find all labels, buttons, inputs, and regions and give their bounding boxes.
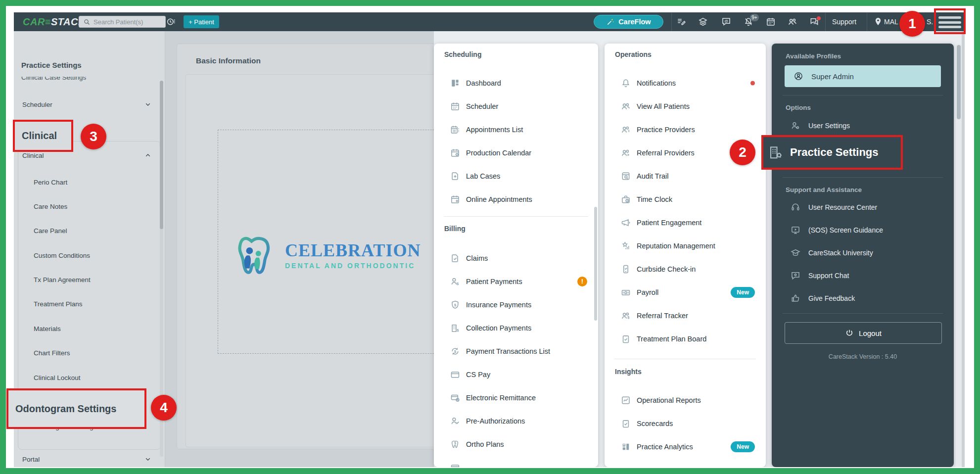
grad-icon (791, 248, 800, 258)
menu-item[interactable]: Reputation Management (605, 234, 766, 257)
mega-menu-column-operations-insights: Operations Notifications View All Patien… (605, 44, 766, 467)
sidebar-item-chart-filters[interactable]: Chart Filters (34, 349, 70, 357)
divider (783, 313, 943, 314)
menu-item[interactable]: Treatment Plan Board (605, 327, 766, 350)
menu-item[interactable]: Pre-Authorizations (434, 409, 598, 432)
dot-badge (750, 81, 755, 85)
profile-super-admin[interactable]: Super Admin (785, 65, 941, 87)
menu-item[interactable]: Scheduler (434, 95, 598, 118)
chevron-down-icon[interactable] (144, 456, 151, 463)
practice-logo: CELEBRATION DENTAL AND ORTHODONTIC (231, 230, 420, 280)
menu-item[interactable]: Payment Transactions List (434, 339, 598, 363)
patients-icon[interactable] (788, 17, 797, 27)
carestack-logo[interactable]: CAR≡STACK (23, 12, 86, 31)
add-patient-button[interactable]: + Patient (184, 15, 219, 28)
support-link[interactable]: Support (832, 12, 856, 31)
divider (783, 95, 943, 95)
panel-scrollbar-thumb[interactable] (957, 45, 961, 119)
sidebar-item-scheduler[interactable]: Scheduler (22, 101, 52, 108)
sidebar-item-portal[interactable]: Portal (22, 456, 40, 463)
support-item[interactable]: (SOS) Screen Guidance (772, 219, 954, 241)
menu-item[interactable]: Practice Providers (605, 118, 766, 141)
calendar-plus-icon (450, 194, 460, 204)
user-settings-item[interactable]: User Settings (772, 117, 954, 135)
menu-scrollbar-thumb[interactable] (594, 207, 597, 321)
divider (783, 177, 943, 178)
menu-item[interactable]: View All Patients (605, 95, 766, 118)
calendar-gear-icon (450, 148, 460, 158)
sidebar-item-perio-chart[interactable]: Perio Chart (34, 179, 67, 186)
menu-item[interactable]: Dashboard (434, 71, 598, 95)
support-item[interactable]: User Resource Center (772, 196, 954, 219)
menu-item[interactable]: Ortho Plans (434, 432, 598, 456)
menu-item[interactable]: Patient Payments ! (434, 270, 598, 293)
worklist-icon[interactable] (676, 17, 686, 27)
chevron-up-icon[interactable] (144, 152, 151, 159)
menu-item[interactable]: Insurance Payments (434, 293, 598, 316)
menu-item[interactable]: Referral Tracker (605, 304, 766, 327)
sidebar-item-treatment-plans[interactable]: Treatment Plans (34, 300, 83, 308)
sidebar-item-custom-conditions[interactable]: Custom Conditions (34, 252, 90, 259)
person-check-icon (450, 416, 460, 426)
recent-activity-icon[interactable] (166, 17, 176, 27)
support-item[interactable]: CareStack University (772, 241, 954, 264)
available-profiles-label: Available Profiles (786, 52, 841, 60)
sidebar-scrollbar-thumb[interactable] (160, 81, 163, 229)
menu-item[interactable]: Lab Cases (434, 164, 598, 188)
sidebar-item-clinical-case-settings[interactable]: Clinical Case Settings (21, 77, 150, 81)
options-label: Options (786, 104, 811, 111)
annotation-box-odontogram-settings[interactable]: Odontogram Settings (6, 388, 146, 429)
location-name-suffix[interactable]: S. (927, 12, 933, 31)
menu-item[interactable]: Operational Reports (605, 388, 766, 412)
menu-item[interactable]: Production Calendar (434, 141, 598, 164)
support-list: User Resource Center (SOS) Screen Guidan… (772, 196, 954, 310)
logo-title: CELEBRATION (285, 240, 420, 261)
sidebar-item-materials[interactable]: Materials (34, 325, 61, 332)
menu-item[interactable]: Practice Analytics New (605, 435, 766, 458)
patient-search-input[interactable]: Search Patient(s) (79, 16, 166, 28)
menu-item[interactable]: CS Pay (434, 363, 598, 386)
menu-item[interactable]: Curbside Check-in (605, 257, 766, 281)
operations-list: Notifications View All Patients Practice… (605, 71, 766, 350)
sidebar-item-clinical[interactable]: Clinical (22, 152, 44, 159)
menu-item[interactable]: Collection Payments (434, 316, 598, 339)
dashboard-icon (450, 78, 460, 88)
annotation-step-3: 3 (81, 124, 106, 149)
menu-item[interactable]: Electronic Remittance (434, 386, 598, 409)
people-dollar-icon (621, 311, 631, 321)
careflow-button[interactable]: CareFlow (594, 15, 663, 29)
menu-item[interactable]: Patient Engagement (605, 211, 766, 234)
menu-item[interactable]: Appointments List (434, 118, 598, 141)
support-item[interactable]: Support Chat (772, 264, 954, 287)
chevron-down-icon[interactable] (144, 101, 151, 108)
menu-item[interactable]: Notifications (605, 71, 766, 95)
logo-subtitle: DENTAL AND ORTHODONTIC (285, 262, 420, 270)
menu-item[interactable]: Audit Trail (605, 164, 766, 188)
sidebar-item-clinical-lockout[interactable]: Clinical Lockout (34, 374, 81, 381)
annotation-box-practice-settings[interactable]: Practice Settings (761, 135, 903, 170)
menu-item[interactable]: Claims (434, 246, 598, 270)
logout-button[interactable]: Logout (785, 322, 942, 344)
sidebar-item-care-notes[interactable]: Care Notes (34, 203, 67, 210)
menu-item[interactable]: Time Clock (605, 188, 766, 211)
search-icon (83, 18, 91, 26)
support-item[interactable]: Give Feedback (772, 287, 954, 310)
menu-item[interactable]: Payroll New (605, 281, 766, 304)
section-title-scheduling: Scheduling (444, 50, 481, 58)
layers-icon[interactable] (698, 17, 708, 27)
blocks-icon (621, 442, 631, 452)
clipboard-check-icon (621, 334, 631, 344)
menu-item[interactable] (434, 456, 598, 467)
new-badge: New (731, 287, 755, 298)
menu-item[interactable]: Scorecards (605, 412, 766, 435)
person-dollar-icon (450, 277, 460, 286)
unread-messages-dot (817, 16, 821, 20)
mentions-icon[interactable] (721, 17, 731, 27)
location-name-prefix[interactable]: MAL (884, 12, 898, 31)
annotation-box-clinical[interactable]: Clinical (13, 120, 73, 152)
sidebar-item-care-panel[interactable]: Care Panel (34, 227, 67, 235)
calendar-icon[interactable] (766, 17, 776, 27)
menu-item[interactable]: Online Appointments (434, 188, 598, 211)
sidebar-item-tx-plan-agreement[interactable]: Tx Plan Agreement (34, 276, 91, 284)
building-dollar-icon (450, 323, 460, 333)
